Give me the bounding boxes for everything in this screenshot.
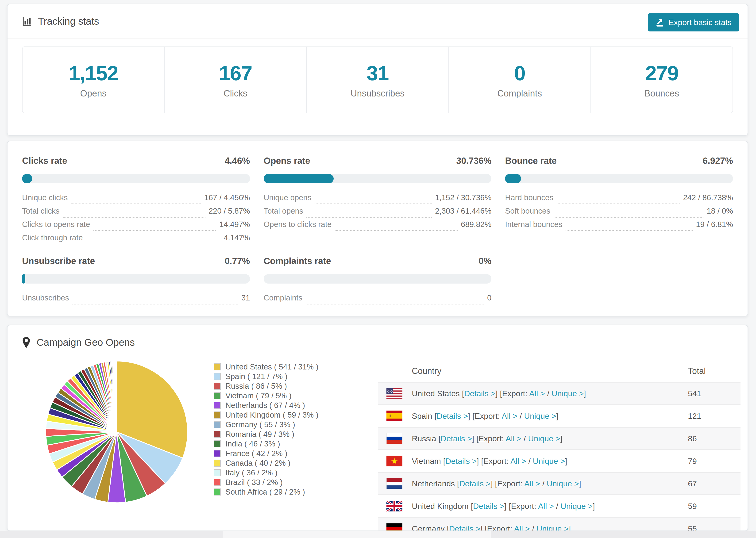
bracket: ] [Export: [472,434,506,443]
legend-item: Vietnam ( 79 / 5% ) [214,391,373,401]
geo-table-body: United States [Details >] [Export: All >… [378,382,740,531]
table-row-vietnam: Vietnam [Details >] [Export: All > / Uni… [378,450,740,472]
legend-label: Spain ( 121 / 7% ) [225,372,287,381]
legend-item: Russia ( 86 / 5% ) [214,381,373,391]
rate-value: 6.927% [703,156,733,166]
export-all-link[interactable]: All > [511,457,526,465]
rate-row-label: Total opens [264,207,303,215]
rate-row-label: Clicks to opens rate [22,220,90,229]
export-unique-link[interactable]: Unique > [533,457,565,465]
export-unique-link[interactable]: Unique > [528,434,560,443]
details-link[interactable]: Details > [445,457,477,465]
rate-head: Complaints rate0% [264,256,492,266]
legend-item: Netherlands ( 67 / 4% ) [214,401,373,410]
country-cell: Netherlands [Details >] [Export: All > /… [412,479,688,488]
bracket: ] [Export: [504,502,538,511]
country-cell: Vietnam [Details >] [Export: All > / Uni… [412,457,688,466]
stat-clicks: 167Clicks [165,47,307,113]
bracket: ] [593,502,595,511]
total-cell: 67 [688,479,732,488]
rate-block-clicks-rate: Clicks rate4.46%Unique clicks167 / 4.456… [22,141,250,247]
rate-row-value: 31 [242,294,250,302]
dotted-leader [306,217,432,218]
legend-item: Germany ( 55 / 3% ) [214,420,373,429]
rate-progress-track [22,274,250,284]
legend-item: United States ( 541 / 31% ) [214,362,373,372]
flag-icon-gb [387,501,403,511]
rate-row-label: Complaints [264,294,302,302]
rate-detail-row: Soft bounces18 / 0% [505,207,733,220]
rate-detail-row: Unique opens1,152 / 30.736% [264,193,492,207]
details-link[interactable]: Details > [473,502,504,511]
export-basic-stats-button[interactable]: Export basic stats [648,13,739,31]
rate-row-label: Hard bounces [505,193,553,202]
separator: / [521,434,528,443]
geo-title: Campaign Geo Opens [37,337,135,348]
export-all-link[interactable]: All > [514,524,530,531]
legend-item: Canada ( 40 / 2% ) [214,458,373,468]
bracket: ] [560,434,562,443]
legend-item: Brazil ( 33 / 2% ) [214,477,373,487]
rate-row-value: 1,152 / 30.736% [435,193,491,202]
bracket: [ [462,389,464,398]
legend-item: France ( 42 / 2% ) [214,449,373,458]
legend-swatch [214,373,221,380]
country-name: Vietnam [412,457,443,465]
bracket: [ [438,434,441,443]
details-link[interactable]: Details > [449,524,480,531]
details-link[interactable]: Details > [437,411,468,420]
rate-detail-row: Internal bounces19 / 6.81% [505,220,733,233]
details-link[interactable]: Details > [459,479,490,488]
campaign-geo-opens-card: Campaign Geo Opens United States ( 541 /… [7,325,748,531]
stat-label: Unsubscribes [351,88,405,99]
legend-label: Canada ( 40 / 2% ) [225,459,291,467]
separator: / [554,502,561,511]
legend-swatch [214,459,221,467]
rate-head: Bounce rate6.927% [505,156,733,166]
bar-chart-icon [22,17,32,26]
bracket: ] [568,524,571,531]
bottom-scroll-segment[interactable] [223,531,491,538]
export-all-link[interactable]: All > [529,389,545,398]
rate-row-value: 14.497% [219,220,250,229]
separator: / [517,411,524,420]
stat-complaints: 0Complaints [449,47,591,113]
rate-row-value: 2,303 / 61.446% [435,207,491,215]
summary-stats-strip: 1,152Opens167Clicks31Unsubscribes0Compla… [22,46,733,113]
bracket: [ [471,502,473,511]
rate-row-value: 18 / 0% [707,207,733,215]
rate-row-label: Soft bounces [505,207,550,215]
export-unique-link[interactable]: Unique > [552,389,584,398]
flag-icon-de [387,523,403,531]
export-unique-link[interactable]: Unique > [536,524,568,531]
export-all-link[interactable]: All > [538,502,554,511]
bracket: [ [443,457,445,465]
tracking-stats-card: Tracking stats Export basic stats 1,152O… [7,4,748,136]
rate-value: 4.46% [225,156,250,166]
table-row-spain: Spain [Details >] [Export: All > / Uniqu… [378,405,740,427]
legend-item: India ( 46 / 3% ) [214,439,373,449]
total-cell: 55 [688,524,732,531]
export-unique-link[interactable]: Unique > [547,479,579,488]
export-all-link[interactable]: All > [502,411,517,420]
country-name: Germany [412,524,447,531]
table-row-russia: Russia [Details >] [Export: All > / Uniq… [378,427,740,450]
legend-swatch [214,440,221,447]
geo-country-table: Country Total United States [Details >] … [378,360,740,531]
bracket: ] [Export: [468,411,502,420]
legend-label: South Africa ( 29 / 2% ) [225,488,305,497]
stat-label: Clicks [224,88,247,99]
rate-progress-fill [505,174,521,183]
export-all-link[interactable]: All > [524,479,540,488]
details-link[interactable]: Details > [464,389,495,398]
export-unique-link[interactable]: Unique > [561,502,593,511]
rate-progress-fill [22,274,26,284]
geo-header: Campaign Geo Opens [8,325,747,360]
total-cell: 121 [688,411,732,421]
rate-row-label: Click through rate [22,233,83,242]
rate-detail-row: Unique clicks167 / 4.456% [22,193,250,207]
export-unique-link[interactable]: Unique > [524,411,556,420]
details-link[interactable]: Details > [441,434,472,443]
country-name: Netherlands [412,479,457,488]
export-all-link[interactable]: All > [506,434,521,443]
